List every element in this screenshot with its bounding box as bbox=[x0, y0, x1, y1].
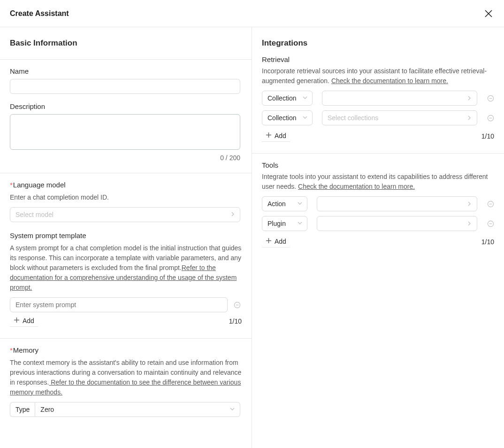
language-model-select[interactable]: Select model bbox=[10, 207, 240, 222]
description-input[interactable] bbox=[10, 114, 240, 150]
add-tool-button[interactable]: Add bbox=[262, 236, 290, 247]
tools-doc-link[interactable]: Check the documentation to learn more. bbox=[298, 183, 415, 190]
tools-section: Tools Integrate tools into your assistan… bbox=[252, 154, 504, 259]
close-icon bbox=[484, 9, 493, 18]
tools-description: Integrate tools into your assistant to e… bbox=[262, 172, 494, 192]
tool-value-select[interactable] bbox=[317, 216, 477, 231]
memory-section: *Memory The context memory is the assist… bbox=[0, 339, 252, 428]
memory-label: *Memory bbox=[10, 346, 242, 354]
remove-retrieval-button[interactable] bbox=[487, 114, 494, 122]
memory-type-select[interactable]: Zero bbox=[35, 402, 240, 417]
description-label: Description bbox=[10, 102, 242, 110]
name-description-section: Name Description 0 / 200 bbox=[0, 60, 252, 173]
minus-circle-icon bbox=[487, 201, 494, 208]
integrations-heading: Integrations bbox=[252, 27, 504, 48]
memory-description: The context memory is the assistant's ab… bbox=[10, 358, 242, 397]
model-prompt-section: *Language model Enter a chat completion … bbox=[0, 173, 252, 339]
language-model-placeholder: Select model bbox=[15, 211, 53, 218]
remove-tool-button[interactable] bbox=[487, 220, 494, 227]
system-prompt-description: A system prompt for a chat completion mo… bbox=[10, 243, 242, 293]
modal-title: Create Assistant bbox=[10, 9, 69, 18]
plus-icon bbox=[266, 132, 272, 139]
retrieval-value-select[interactable]: Select collections bbox=[322, 110, 477, 125]
right-panel: Integrations Retrieval Incorporate retri… bbox=[252, 27, 504, 448]
retrieval-section: Retrieval Incorporate retrieval sources … bbox=[252, 48, 504, 154]
retrieval-value-select[interactable] bbox=[322, 91, 477, 106]
modal-header: Create Assistant bbox=[0, 0, 504, 27]
chevron-down-icon bbox=[229, 406, 235, 413]
retrieval-description: Incorporate retrieval sources into your … bbox=[262, 66, 494, 86]
minus-circle-icon bbox=[234, 301, 241, 309]
minus-circle-icon bbox=[487, 95, 494, 102]
retrieval-doc-link[interactable]: Check the documentation to learn more. bbox=[331, 77, 448, 85]
remove-retrieval-button[interactable] bbox=[487, 94, 494, 102]
close-button[interactable] bbox=[483, 8, 494, 19]
retrieval-type-select[interactable]: Collection bbox=[262, 91, 313, 106]
remove-tool-button[interactable] bbox=[487, 200, 494, 208]
minus-circle-icon bbox=[487, 115, 494, 122]
add-prompt-button[interactable]: Add bbox=[10, 315, 38, 327]
tool-type-select[interactable]: Action bbox=[262, 196, 307, 211]
required-mark: * bbox=[10, 181, 13, 189]
add-retrieval-button[interactable]: Add bbox=[262, 130, 290, 142]
remove-prompt-button[interactable] bbox=[233, 301, 241, 309]
memory-type-addon: Type bbox=[10, 402, 35, 417]
tool-type-select[interactable]: Plugin bbox=[262, 216, 307, 231]
language-model-description: Enter a chat completion model ID. bbox=[10, 193, 242, 202]
basic-info-heading: Basic Information bbox=[0, 27, 252, 60]
language-model-label: *Language model bbox=[10, 181, 242, 189]
plus-icon bbox=[14, 317, 20, 324]
modal-body: Basic Information Name Description 0 / 2… bbox=[0, 27, 504, 448]
system-prompt-input[interactable] bbox=[10, 297, 228, 312]
name-input[interactable] bbox=[10, 79, 240, 94]
tools-counter: 1/10 bbox=[481, 238, 494, 246]
tools-row: Action bbox=[262, 196, 494, 211]
tools-row: Plugin bbox=[262, 216, 494, 231]
tool-value-select[interactable] bbox=[317, 196, 477, 211]
name-label: Name bbox=[10, 67, 242, 75]
plus-icon bbox=[266, 238, 272, 245]
retrieval-type-select[interactable]: Collection bbox=[262, 110, 313, 125]
minus-circle-icon bbox=[487, 220, 494, 227]
retrieval-row: Collection Select collections bbox=[262, 110, 494, 125]
left-panel: Basic Information Name Description 0 / 2… bbox=[0, 27, 252, 448]
system-prompt-label: System prompt template bbox=[10, 232, 242, 239]
tools-label: Tools bbox=[262, 161, 494, 169]
retrieval-counter: 1/10 bbox=[481, 132, 494, 140]
required-mark: * bbox=[10, 346, 13, 354]
description-char-count: 0 / 200 bbox=[10, 154, 240, 162]
retrieval-row: Collection bbox=[262, 91, 494, 106]
prompt-counter: 1/10 bbox=[229, 317, 242, 325]
retrieval-label: Retrieval bbox=[262, 55, 494, 63]
